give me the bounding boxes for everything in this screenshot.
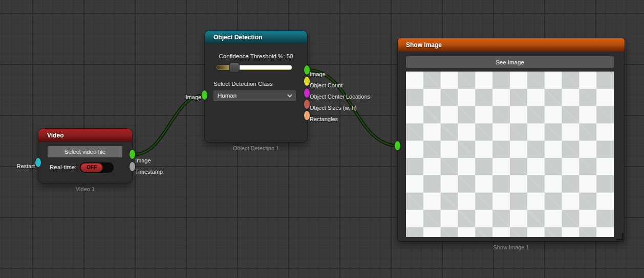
realtime-label: Real-time: xyxy=(50,164,76,170)
restart-input-port[interactable] xyxy=(35,158,41,167)
object-count-output-label: Object Count xyxy=(310,82,342,88)
confidence-threshold-slider[interactable] xyxy=(217,65,292,70)
rectangles-output-port[interactable] xyxy=(304,111,310,120)
video-node-title: Video xyxy=(47,132,63,139)
object-sizes-output-port[interactable] xyxy=(304,100,310,109)
video-node[interactable]: Video Select video file Real-time: OFF R… xyxy=(38,129,132,183)
detection-image-output-port[interactable] xyxy=(304,65,310,75)
detection-class-label: Select Detection Class xyxy=(213,81,273,87)
detection-image-input-label: Image xyxy=(170,94,201,100)
confidence-threshold-label: Confidence Threshold %: 50 xyxy=(205,53,307,59)
detection-class-selected-value: Human xyxy=(218,92,237,99)
restart-input-label: Restart xyxy=(5,163,35,169)
image-output-label: Image xyxy=(135,157,151,164)
realtime-toggle[interactable]: OFF xyxy=(80,163,114,173)
detection-image-output-label: Image xyxy=(310,71,326,77)
object-detection-node-header[interactable]: Object Detection xyxy=(205,31,307,44)
show-image-node-title: Show Image xyxy=(406,41,442,49)
timestamp-output-label: Timestamp xyxy=(135,169,163,175)
object-center-locations-output-label: Object Center Locations xyxy=(310,94,370,100)
resize-handle[interactable] xyxy=(616,233,624,240)
confidence-threshold-slider-handle[interactable] xyxy=(229,62,240,73)
object-center-locations-output-port[interactable] xyxy=(304,88,310,98)
timestamp-output-port[interactable] xyxy=(130,162,135,171)
video-node-caption: Video 1 xyxy=(38,186,132,192)
node-editor-canvas[interactable]: Video Select video file Real-time: OFF R… xyxy=(0,0,644,278)
detection-image-input-port[interactable] xyxy=(202,90,207,100)
wire-video-to-detection xyxy=(135,95,204,154)
video-node-header[interactable]: Video xyxy=(38,129,132,142)
object-sizes-output-label: Object Sizes (w, h) xyxy=(310,105,357,111)
realtime-toggle-knob: OFF xyxy=(80,163,103,172)
object-detection-node-caption: Object Detection 1 xyxy=(205,145,307,151)
image-output-port[interactable] xyxy=(130,150,135,159)
object-detection-node-title: Object Detection xyxy=(213,34,262,41)
show-image-node-caption: Show Image 1 xyxy=(398,244,625,250)
rectangles-output-label: Rectangles xyxy=(310,116,338,122)
realtime-toggle-state: OFF xyxy=(87,165,97,170)
detection-class-dropdown[interactable]: Human xyxy=(213,90,296,101)
image-preview-checkerboard xyxy=(406,72,614,237)
chevron-down-icon xyxy=(287,94,292,98)
show-image-input-port[interactable] xyxy=(395,141,400,150)
show-image-node[interactable]: Show Image See Image Show Image 1 xyxy=(398,38,625,241)
object-count-output-port[interactable] xyxy=(304,77,310,86)
select-video-file-button[interactable]: Select video file xyxy=(48,146,122,157)
object-detection-node[interactable]: Object Detection Confidence Threshold %:… xyxy=(205,31,307,142)
see-image-button[interactable]: See Image xyxy=(406,56,614,68)
show-image-node-header[interactable]: Show Image xyxy=(398,38,625,52)
